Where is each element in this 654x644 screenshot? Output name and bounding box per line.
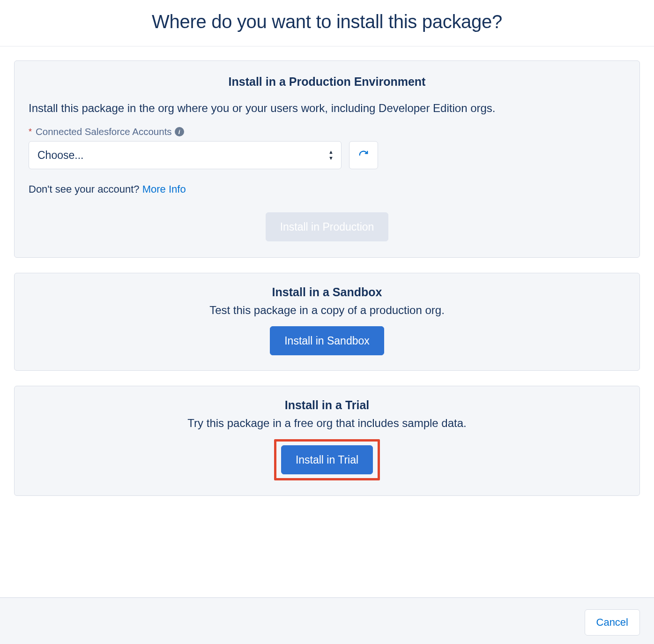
refresh-accounts-button[interactable] (349, 141, 378, 169)
sandbox-description: Test this package in a copy of a product… (29, 304, 625, 317)
dialog-footer: Cancel (0, 597, 654, 644)
install-package-dialog: Where do you want to install this packag… (0, 0, 654, 644)
connected-accounts-row: Choose... ▲▼ (29, 141, 625, 169)
connected-accounts-label-text: Connected Salesforce Accounts (36, 126, 172, 137)
production-description: Install this package in the org where yo… (29, 102, 625, 115)
sandbox-button-row: Install in Sandbox (29, 326, 625, 355)
production-title: Install in a Production Environment (29, 75, 625, 89)
trial-button-row: Install in Trial (29, 439, 625, 480)
connected-accounts-label: * Connected Salesforce Accounts i (29, 126, 625, 137)
select-chevrons-icon: ▲▼ (328, 150, 334, 161)
required-indicator: * (29, 127, 32, 137)
install-production-button[interactable]: Install in Production (266, 212, 389, 241)
trial-panel: Install in a Trial Try this package in a… (14, 386, 640, 496)
connected-accounts-select[interactable]: Choose... ▲▼ (29, 141, 342, 169)
dialog-title: Where do you want to install this packag… (0, 11, 654, 32)
helper-row: Don't see your account? More Info (29, 183, 625, 195)
trial-highlight-frame: Install in Trial (274, 439, 380, 480)
connected-accounts-field: * Connected Salesforce Accounts i Choose… (29, 126, 625, 169)
production-panel: Install in a Production Environment Inst… (14, 60, 640, 258)
install-trial-button[interactable]: Install in Trial (281, 445, 373, 474)
helper-text: Don't see your account? (29, 183, 142, 195)
sandbox-panel: Install in a Sandbox Test this package i… (14, 273, 640, 371)
trial-description: Try this package in a free org that incl… (29, 417, 625, 430)
trial-title: Install in a Trial (29, 398, 625, 412)
refresh-icon (358, 150, 369, 160)
info-icon[interactable]: i (175, 127, 184, 136)
production-button-row: Install in Production (29, 212, 625, 241)
install-sandbox-button[interactable]: Install in Sandbox (270, 326, 384, 355)
dialog-content: Install in a Production Environment Inst… (0, 46, 654, 597)
connected-accounts-select-value: Choose... (37, 149, 83, 162)
dialog-header: Where do you want to install this packag… (0, 0, 654, 46)
more-info-link[interactable]: More Info (142, 183, 186, 195)
cancel-button[interactable]: Cancel (585, 609, 640, 636)
sandbox-title: Install in a Sandbox (29, 285, 625, 299)
